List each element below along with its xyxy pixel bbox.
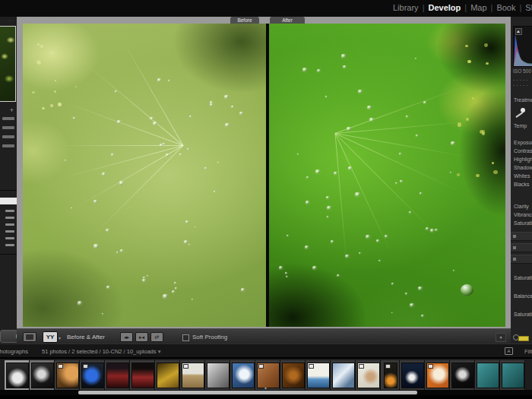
filmstrip-thumbnail-10[interactable] bbox=[230, 360, 255, 390]
collapsed-panel-header[interactable] bbox=[511, 255, 532, 264]
source-collection-label[interactable]: Photographs bbox=[0, 348, 28, 355]
filmstrip-thumbnail-7[interactable] bbox=[155, 360, 180, 390]
before-after-photo[interactable] bbox=[23, 24, 505, 327]
water-drop bbox=[172, 290, 175, 293]
water-drop bbox=[192, 299, 193, 300]
before-image[interactable] bbox=[23, 24, 266, 327]
after-tab[interactable]: After bbox=[270, 17, 305, 24]
filmstrip-scrollbar-thumb[interactable] bbox=[78, 391, 417, 394]
module-tab-library[interactable]: Library bbox=[393, 3, 419, 12]
swap-before-after-button[interactable]: ⇄ bbox=[150, 332, 163, 342]
filmstrip-thumbnail-9[interactable] bbox=[205, 360, 230, 390]
view-mode-caret-icon[interactable]: ▾ bbox=[59, 335, 61, 340]
filmstrip-thumbnail-14[interactable] bbox=[331, 360, 356, 390]
history-step[interactable] bbox=[5, 217, 14, 219]
thumbnail-image[interactable] bbox=[477, 363, 499, 388]
water-drop bbox=[241, 288, 245, 292]
after-image[interactable] bbox=[269, 24, 505, 327]
history-step[interactable] bbox=[5, 223, 14, 226]
filter-label[interactable]: Filter bbox=[524, 348, 532, 355]
filmstrip-thumbnail-15[interactable] bbox=[356, 360, 381, 390]
history-step[interactable] bbox=[5, 230, 14, 233]
filmstrip-thumbnail-4[interactable] bbox=[80, 360, 105, 390]
filmstrip-thumbnail-5[interactable] bbox=[105, 360, 130, 390]
second-monitor-icon[interactable]: A bbox=[505, 347, 513, 355]
soft-proofing-checkbox[interactable] bbox=[182, 334, 189, 341]
copy-before-to-after-button[interactable]: ◂▸ bbox=[120, 332, 133, 342]
filmstrip-thumbnail-12[interactable] bbox=[280, 360, 306, 390]
history-step[interactable] bbox=[5, 210, 14, 212]
histogram[interactable] bbox=[513, 26, 532, 67]
before-after-view-icon[interactable]: YY bbox=[43, 331, 58, 343]
source-caret-icon[interactable]: ▾ bbox=[158, 348, 161, 355]
thumbnail-image[interactable] bbox=[232, 363, 255, 388]
module-tab-develop[interactable]: Develop bbox=[428, 3, 461, 12]
paste-button[interactable]: Paste bbox=[0, 330, 17, 343]
thumbnail-image[interactable] bbox=[502, 363, 524, 388]
thumbnail-image[interactable] bbox=[157, 363, 179, 388]
histogram-cyan-overlap bbox=[514, 51, 532, 66]
water-drop bbox=[334, 172, 337, 175]
white-balance-dropper-icon[interactable] bbox=[514, 106, 526, 120]
history-selected-step[interactable] bbox=[0, 198, 17, 204]
preset-item[interactable] bbox=[2, 144, 14, 147]
thumbnail-image[interactable] bbox=[31, 363, 54, 388]
filmstrip-thumbnail-2[interactable] bbox=[30, 360, 55, 390]
filmstrip-thumbnail-20[interactable] bbox=[475, 360, 500, 390]
thumbnail-image[interactable] bbox=[131, 363, 154, 388]
yellow-color-chip[interactable] bbox=[518, 336, 529, 341]
navigator-preview-image[interactable] bbox=[0, 26, 16, 102]
preset-item[interactable] bbox=[2, 126, 14, 129]
filmstrip-thumbnail-21[interactable] bbox=[500, 360, 525, 390]
thumbnail-image[interactable] bbox=[81, 363, 104, 388]
filmstrip-thumbnail-8[interactable] bbox=[180, 360, 205, 390]
water-drop bbox=[150, 117, 154, 120]
thumbnail-image[interactable] bbox=[451, 363, 474, 388]
filmstrip-info-text[interactable]: 51 photos / 2 selected / 10-CN2 / 10_upl… bbox=[42, 348, 160, 355]
module-tab-slideshow[interactable]: Slideshow bbox=[525, 3, 532, 12]
filmstrip-thumbnail-13[interactable] bbox=[306, 360, 331, 390]
filmstrip-thumbnail-11[interactable] bbox=[255, 360, 280, 390]
filmstrip-thumbnail-17[interactable] bbox=[400, 360, 425, 390]
filmstrip-thumbnail-6[interactable] bbox=[130, 360, 155, 390]
water-drop bbox=[405, 293, 408, 295]
loupe-view-icon[interactable] bbox=[23, 332, 36, 342]
presets-add-icon[interactable]: + bbox=[10, 106, 14, 114]
tool-strip-icons[interactable]: ·········· bbox=[513, 78, 531, 88]
thumbnail-image[interactable] bbox=[106, 363, 129, 388]
filmstrip-thumbnail-1[interactable] bbox=[5, 360, 30, 390]
thumbnail-image[interactable] bbox=[357, 363, 380, 388]
filmstrip-thumbnail-3[interactable] bbox=[55, 360, 80, 390]
thumbnail-image[interactable] bbox=[307, 363, 330, 388]
filmstrip-thumbnail-18[interactable] bbox=[425, 360, 450, 390]
thumbnail-image[interactable] bbox=[257, 363, 280, 388]
water-drop bbox=[415, 58, 416, 59]
history-step[interactable] bbox=[5, 244, 14, 246]
collapsed-panel-header[interactable] bbox=[511, 243, 532, 252]
water-drop bbox=[341, 54, 346, 59]
thumbnail-image[interactable] bbox=[384, 363, 397, 388]
thumbnail-image[interactable] bbox=[182, 363, 204, 388]
preset-item[interactable] bbox=[2, 117, 14, 120]
thumbnail-image[interactable] bbox=[56, 363, 79, 388]
preset-item[interactable] bbox=[2, 135, 14, 138]
copy-after-to-before-button[interactable]: ▸◂ bbox=[135, 332, 148, 342]
thumbnail-image[interactable] bbox=[401, 363, 424, 388]
before-tab[interactable]: Before bbox=[230, 17, 259, 24]
toolbar-options-caret-icon[interactable]: ▾ bbox=[496, 333, 506, 342]
water-drop bbox=[286, 276, 287, 277]
module-tab-map[interactable]: Map bbox=[470, 3, 486, 12]
collapsed-panel-header[interactable] bbox=[511, 232, 532, 241]
thumbnail-image[interactable] bbox=[207, 363, 230, 388]
water-drop bbox=[119, 181, 124, 185]
history-step[interactable] bbox=[5, 237, 14, 239]
filmstrip-thumbnail-19[interactable] bbox=[450, 360, 475, 390]
filmstrip-thumbnail-16[interactable] bbox=[381, 360, 400, 390]
filmstrip-scrollbar-track[interactable]: ▾ bbox=[0, 390, 532, 395]
thumbnail-image[interactable] bbox=[332, 363, 355, 388]
water-drop bbox=[453, 270, 454, 271]
thumbnail-image[interactable] bbox=[426, 363, 449, 388]
thumbnail-image[interactable] bbox=[282, 363, 305, 388]
module-tab-book[interactable]: Book bbox=[496, 3, 515, 12]
thumbnail-image[interactable] bbox=[6, 363, 29, 388]
